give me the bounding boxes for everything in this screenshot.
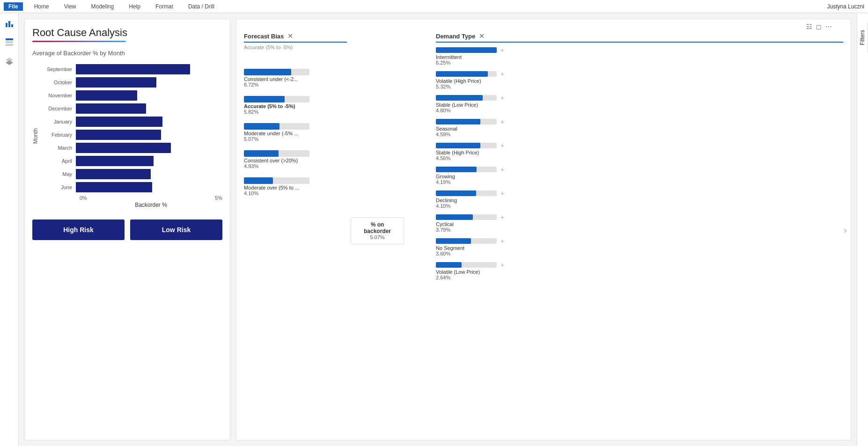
demand-value: 3.60%: [436, 251, 843, 256]
demand-type-item[interactable]: +Stable (High Price)4.56%: [436, 142, 843, 161]
demand-plus-icon[interactable]: +: [500, 237, 504, 245]
chart-row: February: [41, 130, 222, 140]
chart-month-label: June: [41, 184, 76, 190]
forecast-bias-bar-bg: [244, 123, 309, 130]
demand-plus-icon[interactable]: +: [500, 118, 504, 125]
forecast-bias-node[interactable]: Moderate over (5% to ...4.10%: [244, 177, 347, 196]
forecast-bias-node-label: Moderate over (5% to ...: [244, 185, 347, 190]
svg-rect-1: [8, 21, 10, 27]
chart-bar-wrap: [76, 90, 222, 101]
chart-bar: [76, 103, 146, 114]
forecast-bias-node-label: Consistent under (<-2...: [244, 76, 347, 82]
demand-plus-icon[interactable]: +: [500, 190, 504, 197]
root-node-value: 5.07%: [357, 234, 398, 240]
demand-value: 4.56%: [436, 155, 843, 161]
x-axis-five: 5%: [215, 195, 222, 201]
user-name: Justyna Luczni: [827, 3, 864, 10]
forecast-bias-node[interactable]: Consistent over (>20%)4.93%: [244, 150, 347, 169]
home-menu[interactable]: Home: [30, 2, 53, 11]
demand-value: 4.80%: [436, 108, 843, 113]
svg-rect-4: [6, 41, 13, 43]
format-menu[interactable]: Format: [152, 2, 177, 11]
demand-bar-fill: [436, 214, 473, 220]
svg-rect-3: [6, 38, 13, 40]
forecast-bias-node-value: 5.07%: [244, 136, 347, 142]
chart-bar: [76, 64, 190, 74]
demand-label: Volatile (High Price): [436, 78, 843, 84]
connector-area: [408, 29, 436, 432]
demand-value: 6.25%: [436, 60, 843, 66]
demand-bar-fill: [436, 119, 480, 124]
demand-type-close[interactable]: ✕: [479, 32, 485, 40]
demand-type-item[interactable]: +Stable (Low Price)4.80%: [436, 94, 843, 113]
svg-rect-2: [11, 24, 13, 27]
demand-bar-bg: [436, 71, 497, 77]
table-icon[interactable]: [3, 36, 16, 49]
demand-type-item[interactable]: +Seasonal4.59%: [436, 118, 843, 137]
demand-plus-icon[interactable]: +: [500, 70, 504, 78]
demand-type-item[interactable]: +Declining4.10%: [436, 190, 843, 209]
connector-svg: [408, 29, 436, 432]
demand-plus-icon[interactable]: +: [500, 166, 504, 173]
chart-bar-wrap: [76, 143, 222, 153]
demand-type-item[interactable]: +Cyclical3.79%: [436, 213, 843, 233]
demand-plus-icon[interactable]: +: [500, 142, 504, 149]
chart-row: September: [41, 64, 222, 74]
demand-bar-row: +: [436, 261, 843, 269]
forecast-bias-bar-row: [244, 96, 347, 102]
chart-bar-wrap: [76, 130, 222, 140]
demand-type-item[interactable]: +Growing4.19%: [436, 166, 843, 185]
view-menu[interactable]: View: [60, 2, 80, 11]
demand-bar-row: +: [436, 237, 843, 245]
demand-bar-bg: [436, 214, 497, 220]
forecast-bias-node[interactable]: Moderate under (-5% ...5.07%: [244, 123, 347, 142]
demand-value: 3.79%: [436, 227, 843, 233]
demand-type-item[interactable]: +Intermittent6.25%: [436, 46, 843, 66]
demand-label: Cyclical: [436, 221, 843, 227]
demand-plus-icon[interactable]: +: [500, 94, 504, 102]
expand-icon[interactable]: ◻: [816, 23, 822, 30]
chart-row: May: [41, 169, 222, 179]
data-drill-menu[interactable]: Data / Drill: [184, 2, 218, 11]
forecast-bias-bar-fill: [244, 150, 279, 157]
forecast-bias-node-value: 4.93%: [244, 163, 347, 169]
chart-bar-wrap: [76, 182, 222, 192]
modeling-menu[interactable]: Modeling: [87, 2, 118, 11]
rca-panel: Root Cause Analysis Average of Backorder…: [24, 19, 230, 440]
more-icon[interactable]: ⋯: [825, 23, 832, 30]
high-risk-button[interactable]: High Risk: [32, 219, 125, 240]
forecast-bias-bar-bg: [244, 69, 309, 75]
demand-plus-icon[interactable]: +: [500, 213, 504, 221]
forecast-bias-close[interactable]: ✕: [287, 32, 293, 40]
low-risk-button[interactable]: Low Risk: [130, 219, 222, 240]
file-menu[interactable]: File: [4, 2, 23, 11]
forecast-bias-node[interactable]: Accurate (5% to -5%)5.82%: [244, 96, 347, 115]
demand-value: 4.59%: [436, 132, 843, 137]
filters-tab[interactable]: Filters: [857, 22, 868, 53]
demand-bar-row: +: [436, 142, 843, 149]
demand-label: Volatile (Low Price): [436, 269, 843, 275]
demand-plus-icon[interactable]: +: [500, 261, 504, 269]
x-axis-zero: 0%: [80, 195, 87, 201]
forecast-bias-bar-bg: [244, 150, 309, 157]
demand-plus-icon[interactable]: +: [500, 46, 504, 54]
demand-bar-row: +: [436, 94, 843, 102]
demand-type-item[interactable]: +No Segment3.60%: [436, 237, 843, 256]
collapse-icon[interactable]: ›: [844, 224, 847, 234]
nav-collapse[interactable]: ›: [844, 224, 847, 235]
help-menu[interactable]: Help: [125, 2, 144, 11]
forecast-bias-node[interactable]: Consistent under (<-2...6.72%: [244, 69, 347, 88]
forecast-bias-node-value: 6.72%: [244, 82, 347, 88]
bar-chart-icon[interactable]: [3, 17, 16, 30]
layers-icon[interactable]: [3, 54, 16, 67]
demand-label: Stable (High Price): [436, 150, 843, 155]
demand-bar-row: +: [436, 118, 843, 125]
filter-icon[interactable]: ☷: [806, 23, 812, 30]
demand-bar-fill: [436, 238, 471, 244]
svg-rect-5: [6, 44, 13, 46]
demand-bar-bg: [436, 119, 497, 124]
demand-type-item[interactable]: +Volatile (High Price)5.32%: [436, 70, 843, 89]
chart-bar: [76, 156, 154, 166]
forecast-bias-node-value: 4.10%: [244, 190, 347, 196]
demand-type-item[interactable]: +Volatile (Low Price)2.64%: [436, 261, 843, 280]
